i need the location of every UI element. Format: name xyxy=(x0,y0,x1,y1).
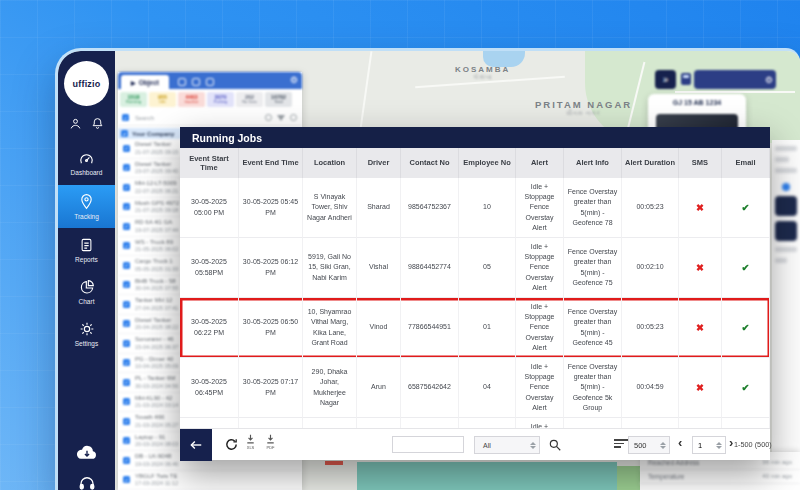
column-header[interactable]: Driver xyxy=(357,148,401,178)
vehicle-checkbox[interactable]: ✓ xyxy=(123,340,130,347)
status-chip-idle[interactable]: 955Idle xyxy=(149,92,176,107)
sidebar-item-reports[interactable]: Reports xyxy=(58,237,115,263)
vehicle-checkbox[interactable]: ✓ xyxy=(123,301,130,308)
select-all-checkbox[interactable]: ✓ xyxy=(122,114,129,121)
vehicle-checkbox[interactable]: ✓ xyxy=(123,262,130,269)
table-cell-location: 5919, Gali No 15, Siki Gran, Nabi Karim xyxy=(303,238,357,298)
status-chip-running[interactable]: 1518Running xyxy=(120,92,147,107)
vehicle-icon xyxy=(681,73,691,85)
user-icon[interactable] xyxy=(69,117,82,130)
vehicle-checkbox[interactable]: ✓ xyxy=(123,203,130,210)
column-header[interactable]: Location xyxy=(303,148,357,178)
temperature-widget-button[interactable] xyxy=(775,196,797,216)
status-chip-parking[interactable]: 3070Parking xyxy=(207,92,234,107)
tab-object[interactable]: ▶ Object xyxy=(121,75,169,89)
table-cell-end: 30-05-2025 06:12 PM xyxy=(239,238,303,298)
vehicle-checkbox[interactable]: ✓ xyxy=(123,242,130,249)
table-cell-duration: 00:04:59 xyxy=(622,358,679,418)
vehicle-checkbox[interactable]: ✓ xyxy=(123,320,130,327)
table-cell-end: 30-05-2025 05:45 PM xyxy=(239,178,303,238)
download-xls-button[interactable]: XLS xyxy=(246,434,255,450)
email-status-icon: ✔ xyxy=(722,238,770,298)
vehicle-checkbox[interactable]: ✓ xyxy=(123,223,130,230)
vehicle-select-bar[interactable]: ⚙ xyxy=(694,70,776,89)
vehicle-checkbox[interactable]: ✓ xyxy=(123,281,130,288)
modal-title: Running Jobs xyxy=(180,127,770,148)
table-cell-start: 30-05-2025 06:22 PM xyxy=(180,298,239,358)
vehicle-checkbox[interactable]: ✓ xyxy=(123,457,130,464)
status-dot xyxy=(782,183,790,191)
vehicle-checkbox[interactable]: ✓ xyxy=(123,184,130,191)
sidebar-item-chart[interactable]: Chart xyxy=(58,279,115,305)
prev-page-button[interactable]: ‹ xyxy=(678,435,682,450)
vehicle-checkbox[interactable]: ✓ xyxy=(123,418,130,425)
column-header[interactable]: SMS xyxy=(679,148,722,178)
status-chip-no-data[interactable]: 262No Data xyxy=(236,92,263,107)
vehicle-name: Diesel Tanker xyxy=(135,141,178,148)
vehicle-list-item[interactable]: ✓YBGLF Twis TE17-03-2024 11:12 xyxy=(118,471,302,490)
locate-icon[interactable] xyxy=(265,114,272,121)
status-chip-inactive[interactable]: 4463Inactive xyxy=(178,92,205,107)
bell-icon[interactable] xyxy=(91,117,104,130)
column-header[interactable]: Event Start Time xyxy=(180,148,239,178)
vehicle-checkbox[interactable]: ✓ xyxy=(123,379,130,386)
company-checkbox[interactable]: ✓ xyxy=(121,130,128,137)
vehicle-text: PL - Tanker 6M30-03-2024 04:56 xyxy=(135,375,178,389)
table-cell-alert_info: Fence Overstay greater than 5(min) - Geo… xyxy=(564,358,622,418)
column-header[interactable]: Employee No xyxy=(459,148,516,178)
humidity-widget-button[interactable] xyxy=(775,221,797,241)
collapse-panel-button[interactable]: » xyxy=(655,70,676,89)
vehicle-checkbox[interactable]: ✓ xyxy=(123,145,130,152)
select-spinner[interactable] xyxy=(530,442,536,449)
page-number-input[interactable] xyxy=(693,440,709,451)
sidebar-item-tracking[interactable]: Tracking xyxy=(58,185,115,228)
column-header[interactable]: Contact No xyxy=(401,148,459,178)
vehicle-text: Diesel Tanker23-07-2025 09:40 xyxy=(135,161,178,175)
support[interactable] xyxy=(58,475,115,490)
filter-icon[interactable] xyxy=(277,115,285,121)
table-row[interactable]: 30-05-202530-05-2025311, NarsiShirish985… xyxy=(180,418,770,428)
cloud-sync[interactable] xyxy=(58,443,115,461)
table-cell-duration: 00:05:23 xyxy=(622,298,679,358)
download-pdf-button[interactable]: PDF xyxy=(266,434,275,450)
column-header[interactable]: Email xyxy=(722,148,770,178)
table-row[interactable]: 30-05-2025 05:58PM30-05-2025 06:12 PM591… xyxy=(180,238,770,298)
search-icon[interactable] xyxy=(548,438,562,452)
sidebar: uffizio Dashboard Tracking Reports xyxy=(58,51,115,490)
back-button[interactable] xyxy=(180,429,212,461)
vehicle-checkbox[interactable]: ✓ xyxy=(123,398,130,405)
table-row[interactable]: 30-05-2025 05:00 PM30-05-2025 05:45 PMS … xyxy=(180,178,770,238)
table-row[interactable]: 30-05-2025 06:22 PM30-05-2025 06:50 PM10… xyxy=(180,298,770,358)
map-teal-area xyxy=(357,462,617,490)
tab-icon-1[interactable] xyxy=(178,78,186,86)
next-page-button[interactable]: › xyxy=(729,435,733,450)
column-header[interactable]: Alert xyxy=(516,148,564,178)
sidebar-item-settings[interactable]: Settings xyxy=(58,321,115,347)
tab-icon-2[interactable] xyxy=(192,78,200,86)
refresh-icon[interactable] xyxy=(224,437,239,452)
tab-icon-3[interactable] xyxy=(206,78,214,86)
page-size-spinner[interactable] xyxy=(660,442,666,449)
refresh-small-icon[interactable] xyxy=(290,114,297,121)
sms-status-icon: ✖ xyxy=(679,178,722,238)
vehicle-checkbox[interactable]: ✓ xyxy=(123,476,130,483)
search-input[interactable]: Search xyxy=(135,115,265,121)
page-spinner[interactable] xyxy=(716,442,722,449)
vehicle-checkbox[interactable]: ✓ xyxy=(123,437,130,444)
status-chip-total[interactable]: 16782Total xyxy=(265,92,292,107)
vehicle-date: 30-03-2024 04:56 xyxy=(135,383,178,390)
app-logo[interactable]: uffizio xyxy=(64,61,109,106)
table-row[interactable]: 30-05-2025 06:45PM30-05-2025 07:17 PM290… xyxy=(180,358,770,418)
gear-icon[interactable]: ⚙ xyxy=(765,75,773,85)
filter-select[interactable]: All xyxy=(474,436,540,454)
sidebar-item-dashboard[interactable]: Dashboard xyxy=(58,151,115,176)
table-search-input[interactable] xyxy=(392,436,464,453)
column-header[interactable]: Alert Duration xyxy=(622,148,679,178)
column-header[interactable]: Alert Info xyxy=(564,148,622,178)
page-size-select[interactable]: 500 xyxy=(628,436,670,454)
vehicle-checkbox[interactable]: ✓ xyxy=(123,359,130,366)
vehicle-checkbox[interactable]: ✓ xyxy=(123,164,130,171)
vehicle-name: Diesel Tanker xyxy=(135,161,178,168)
panel-settings-gear-icon[interactable]: ⚙ xyxy=(290,75,298,85)
column-header[interactable]: Event End Time xyxy=(239,148,303,178)
